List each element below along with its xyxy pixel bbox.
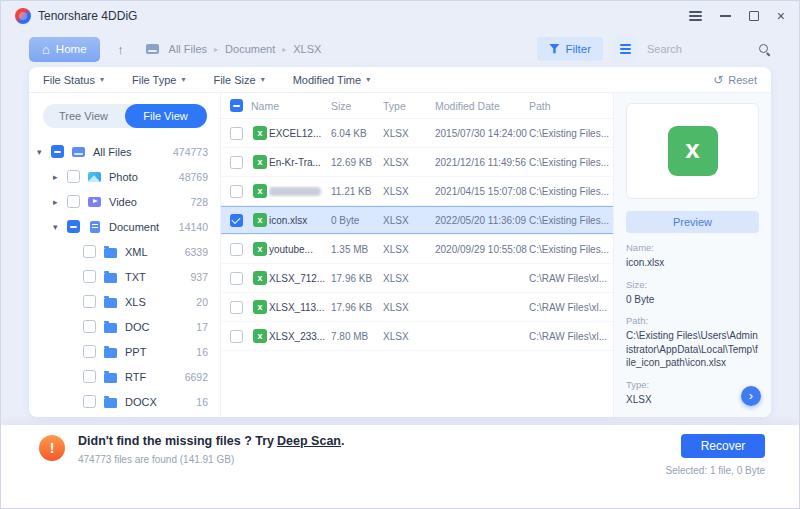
preview-field-label: Path: xyxy=(626,315,759,326)
row-checkbox[interactable] xyxy=(230,301,243,314)
main-panel: File Status▾File Type▾File Size▾Modified… xyxy=(29,67,771,417)
toolbar: ⌂ Home ↑ All Files▸Document▸XLSX Filter xyxy=(1,31,799,67)
tree-item-txt[interactable]: TXT937 xyxy=(29,264,220,289)
file-row[interactable]: xXLSX_712...17.96 KBXLSXC:\RAW Files\xl.… xyxy=(221,264,613,293)
row-checkbox[interactable] xyxy=(230,214,243,227)
preview-field-value: 0 Byte xyxy=(626,293,759,307)
filter-dropdown-modified-time[interactable]: Modified Time▾ xyxy=(293,74,371,86)
list-view-button[interactable] xyxy=(613,37,637,61)
expand-panel-button[interactable]: › xyxy=(741,386,761,406)
breadcrumb-item-all-files[interactable]: All Files xyxy=(169,43,208,55)
file-row[interactable]: xicon.xlsx0 ByteXLSX2022/05/20 11:36:09C… xyxy=(221,206,613,235)
tree-item-label: TXT xyxy=(125,271,146,283)
file-size: 6.04 KB xyxy=(331,128,383,139)
checkbox[interactable] xyxy=(83,395,96,408)
tree-item-count: 16 xyxy=(196,346,208,358)
tree-item-count: 17 xyxy=(196,321,208,333)
search-icon[interactable] xyxy=(758,43,771,56)
up-arrow-button[interactable]: ↑ xyxy=(110,38,132,60)
row-checkbox[interactable] xyxy=(230,185,243,198)
tree-item-label: PPT xyxy=(125,346,146,358)
breadcrumb-separator: ▸ xyxy=(282,45,286,54)
tree-item-all-files[interactable]: ▾All Files474773 xyxy=(29,139,220,164)
row-checkbox[interactable] xyxy=(230,127,243,140)
tree-item-count: 48769 xyxy=(179,171,208,183)
checkbox[interactable] xyxy=(67,170,80,183)
reset-button[interactable]: ↺ Reset xyxy=(713,74,757,86)
file-type: XLSX xyxy=(383,128,435,139)
filter-dropdown-file-type[interactable]: File Type▾ xyxy=(132,74,185,86)
search-input[interactable] xyxy=(647,43,752,55)
tree-item-xls[interactable]: XLS20 xyxy=(29,289,220,314)
excel-file-icon: x xyxy=(253,126,267,140)
file-row[interactable]: xXLSX_233...7.80 MBXLSXC:\RAW Files\xl..… xyxy=(221,322,613,351)
caret-down-icon[interactable]: ▾ xyxy=(53,222,67,232)
maximize-button[interactable] xyxy=(749,11,759,21)
column-header-path[interactable]: Path xyxy=(529,100,611,112)
content-area: Tree View File View ▾All Files474773▸Pho… xyxy=(29,93,771,417)
file-path: C:\Existing Files... xyxy=(529,215,611,226)
caret-right-icon[interactable]: ▸ xyxy=(53,172,67,182)
checkbox[interactable] xyxy=(83,345,96,358)
close-button[interactable]: × xyxy=(777,9,785,23)
tree-item-rtf[interactable]: RTF6692 xyxy=(29,364,220,389)
tree-item-video[interactable]: ▸Video728 xyxy=(29,189,220,214)
checkbox[interactable] xyxy=(83,295,96,308)
row-checkbox[interactable] xyxy=(230,243,243,256)
checkbox[interactable] xyxy=(67,195,80,208)
drive-icon xyxy=(71,147,86,157)
file-row[interactable]: xEXCEL12...6.04 KBXLSX2015/07/30 14:24:0… xyxy=(221,119,613,148)
deep-scan-message-suffix: . xyxy=(341,434,344,448)
tree-item-ppt[interactable]: PPT16 xyxy=(29,339,220,364)
recover-button[interactable]: Recover xyxy=(681,434,765,458)
file-path: C:\Existing Files... xyxy=(529,186,611,197)
file-row[interactable]: xEn-Kr-Tra...12.69 KBXLSX2021/12/16 11:4… xyxy=(221,148,613,177)
preview-button[interactable]: Preview xyxy=(626,211,759,233)
row-checkbox[interactable] xyxy=(230,156,243,169)
column-header-name[interactable]: Name xyxy=(251,100,331,112)
breadcrumb-item-xlsx[interactable]: XLSX xyxy=(293,43,321,55)
breadcrumb-item-document[interactable]: Document xyxy=(225,43,275,55)
home-button[interactable]: ⌂ Home xyxy=(29,37,100,62)
tree-item-doc[interactable]: DOC17 xyxy=(29,314,220,339)
file-row[interactable]: x11.21 KBXLSX2021/04/15 15:07:08C:\Exist… xyxy=(221,177,613,206)
menu-icon[interactable] xyxy=(689,11,702,21)
deep-scan-message: Didn't find the missing files ? TryDeep … xyxy=(78,434,344,448)
tree-item-xml[interactable]: XML6339 xyxy=(29,239,220,264)
tree-item-photo[interactable]: ▸Photo48769 xyxy=(29,164,220,189)
file-view-tab[interactable]: File View xyxy=(125,104,207,128)
file-tree: ▾All Files474773▸Photo48769▸Video728▾Doc… xyxy=(29,139,220,417)
tree-item-count: 14140 xyxy=(179,221,208,233)
file-row[interactable]: xXLSX_113...17.96 KBXLSXC:\RAW Files\xl.… xyxy=(221,293,613,322)
file-path: C:\RAW Files\xl... xyxy=(529,331,611,342)
file-size: 17.96 KB xyxy=(331,273,383,284)
checkbox[interactable] xyxy=(83,320,96,333)
minimize-button[interactable] xyxy=(720,15,731,17)
checkbox[interactable] xyxy=(67,220,80,233)
column-header-modified-date[interactable]: Modified Date xyxy=(435,100,529,112)
row-checkbox[interactable] xyxy=(230,330,243,343)
file-row[interactable]: xyoutube...1.35 MBXLSX2020/09/29 10:55:0… xyxy=(221,235,613,264)
preview-field-value: icon.xlsx xyxy=(626,256,759,270)
filter-button[interactable]: Filter xyxy=(537,37,603,61)
tree-item-document[interactable]: ▾Document14140 xyxy=(29,214,220,239)
file-name xyxy=(269,186,331,197)
row-checkbox[interactable] xyxy=(230,272,243,285)
app-title: Tenorshare 4DDiG xyxy=(38,9,137,23)
column-header-type[interactable]: Type xyxy=(383,100,435,112)
filter-dropdown-file-size[interactable]: File Size▾ xyxy=(213,74,264,86)
checkbox[interactable] xyxy=(83,370,96,383)
tree-item-docx[interactable]: DOCX16 xyxy=(29,389,220,414)
column-header-size[interactable]: Size xyxy=(331,100,383,112)
checkbox[interactable] xyxy=(83,245,96,258)
caret-down-icon[interactable]: ▾ xyxy=(37,147,51,157)
checkbox[interactable] xyxy=(83,270,96,283)
caret-right-icon[interactable]: ▸ xyxy=(53,197,67,207)
checkbox[interactable] xyxy=(51,145,64,158)
app-logo-icon xyxy=(15,8,31,24)
tree-item-label: DOCX xyxy=(125,396,157,408)
select-all-checkbox[interactable] xyxy=(230,99,243,112)
tree-view-tab[interactable]: Tree View xyxy=(43,104,125,128)
deep-scan-link[interactable]: Deep Scan xyxy=(277,434,341,448)
filter-dropdown-file-status[interactable]: File Status▾ xyxy=(43,74,104,86)
